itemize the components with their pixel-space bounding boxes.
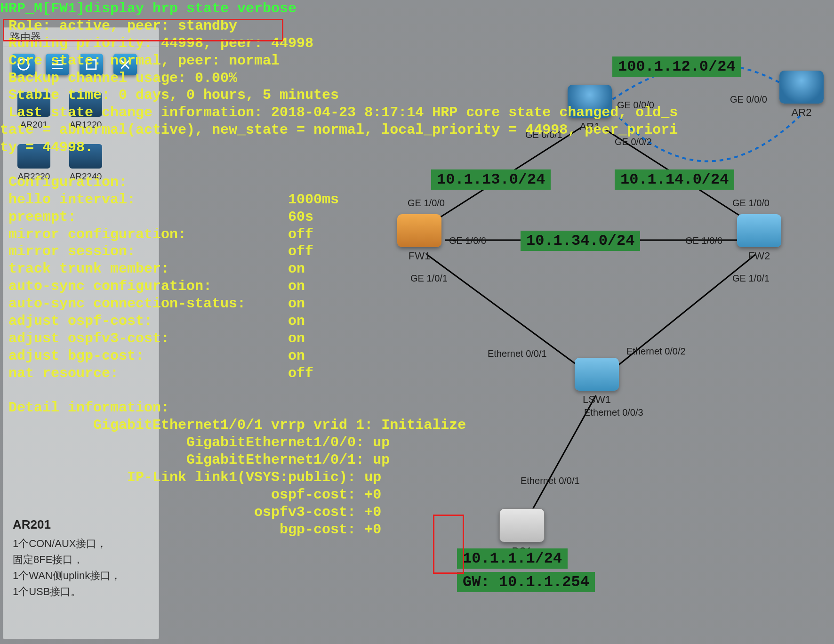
port-label: Ethernet 0/0/3 — [584, 407, 643, 418]
firewall-icon — [397, 214, 441, 247]
topology-canvas[interactable]: AR1 AR2 FW1 FW2 LSW1 PC1 GE 0/0/0 GE 0/0… — [163, 0, 834, 644]
pc-icon — [499, 508, 545, 542]
subnet-label: 10.1.14.0/24 — [615, 169, 734, 190]
node-fw2[interactable]: FW2 — [737, 214, 781, 262]
port-label: GE 1/0/0 — [408, 198, 445, 209]
router-icon — [69, 92, 102, 117]
node-lsw1[interactable]: LSW1 — [575, 358, 619, 406]
port-label: GE 1/0/1 — [410, 273, 448, 284]
node-label: AR2 — [792, 106, 812, 119]
node-label: LSW1 — [583, 394, 611, 406]
info-line: 固定8FE接口， — [13, 552, 154, 568]
subnet-label: GW: 10.1.1.254 — [457, 572, 595, 592]
port-label: GE 1/0/0 — [732, 198, 770, 209]
tool-icon-4[interactable] — [113, 54, 137, 75]
device-palette: 路由器 AR201 AR1220 AR2220 AR2240 AR201 1个C… — [3, 27, 159, 639]
router-icon — [69, 144, 102, 169]
palette-device[interactable]: AR2240 — [69, 144, 102, 182]
svg-rect-1 — [87, 60, 96, 69]
info-line: 1个CON/AUX接口， — [13, 536, 154, 552]
port-label: GE 0/0/1 — [525, 129, 562, 140]
device-label: AR201 — [20, 120, 48, 130]
port-label: GE 1/0/6 — [685, 235, 722, 246]
firewall-icon — [737, 214, 781, 247]
palette-toolbar — [3, 47, 159, 82]
router-icon — [17, 92, 50, 117]
router-icon — [779, 71, 824, 104]
palette-device[interactable]: AR2220 — [17, 144, 50, 182]
port-label: GE 0/0/0 — [730, 94, 767, 105]
tool-icon-1[interactable] — [12, 54, 35, 75]
node-label: FW1 — [409, 250, 430, 262]
subnet-label: 10.1.13.0/24 — [431, 169, 551, 190]
subnet-label: 100.1.12.0/24 — [612, 56, 741, 77]
port-label: Ethernet 0/0/2 — [626, 346, 686, 357]
device-label: AR2240 — [70, 171, 102, 182]
node-ar2[interactable]: AR2 — [779, 71, 824, 119]
palette-devices: AR201 AR1220 AR2220 AR2240 — [3, 82, 159, 192]
router-icon — [17, 144, 50, 169]
node-label: FW2 — [748, 250, 770, 262]
port-label: Ethernet 0/0/1 — [521, 475, 580, 486]
node-label: AR1 — [580, 121, 600, 133]
port-label: Ethernet 0/0/1 — [488, 348, 547, 359]
device-label: AR2220 — [18, 171, 50, 182]
port-label: GE 1/0/1 — [732, 273, 770, 284]
port-label: GE 1/0/6 — [449, 235, 486, 246]
port-label: GE 0/0/0 — [617, 100, 654, 111]
switch-icon — [575, 358, 619, 391]
palette-title: 路由器 — [3, 28, 159, 47]
palette-device[interactable]: AR1220 — [69, 92, 102, 130]
device-info: AR201 1个CON/AUX接口， 固定8FE接口， 1个WAN侧uplink… — [13, 517, 154, 600]
subnet-label: 10.1.34.0/24 — [521, 231, 640, 251]
node-ar1[interactable]: AR1 — [568, 85, 612, 133]
info-line: 1个USB接口。 — [13, 584, 154, 600]
node-fw1[interactable]: FW1 — [397, 214, 441, 262]
info-title: AR201 — [13, 517, 154, 532]
device-label: AR1220 — [70, 120, 102, 130]
tool-icon-3[interactable] — [80, 54, 103, 75]
palette-device[interactable]: AR201 — [17, 92, 50, 130]
info-line: 1个WAN侧uplink接口， — [13, 568, 154, 584]
subnet-label: 10.1.1.1/24 — [457, 548, 568, 569]
port-label: GE 0/0/2 — [615, 137, 652, 147]
svg-point-0 — [18, 59, 29, 70]
router-icon — [568, 85, 612, 118]
tool-icon-2[interactable] — [46, 54, 69, 75]
